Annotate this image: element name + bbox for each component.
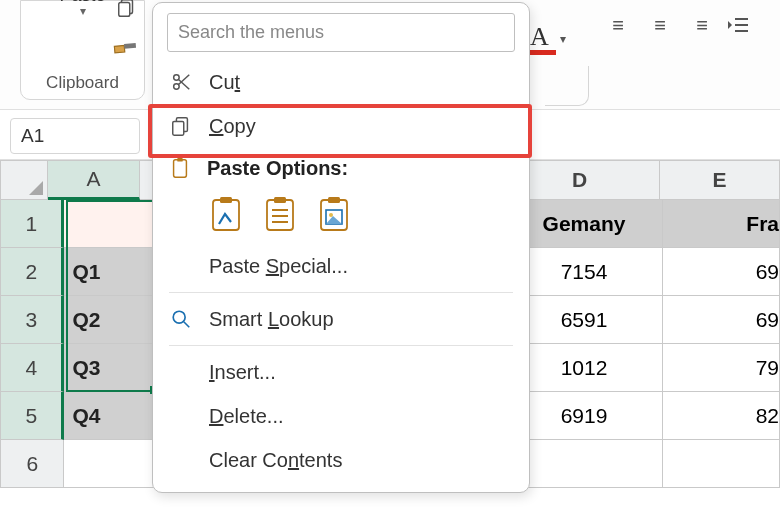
clipboard-icon — [169, 156, 191, 180]
col-header-A[interactable]: A — [48, 160, 140, 200]
menu-item-smart-lookup[interactable]: Smart Lookup — [153, 297, 529, 341]
svg-line-26 — [184, 322, 190, 328]
svg-point-25 — [173, 311, 185, 323]
select-all-corner[interactable] — [0, 160, 48, 200]
name-box[interactable]: A1 — [10, 118, 140, 154]
cell-A4[interactable]: Q3 — [64, 344, 154, 392]
menu-item-label: Cut — [209, 71, 240, 94]
cell-E2[interactable]: 69 — [663, 248, 780, 296]
cell-A3[interactable]: Q2 — [64, 296, 154, 344]
svg-point-24 — [329, 213, 333, 217]
cell-E6[interactable] — [663, 440, 780, 488]
svg-rect-12 — [174, 160, 187, 177]
blank-icon — [169, 360, 193, 384]
menu-item-insert[interactable]: Insert... — [153, 350, 529, 394]
cell-E5[interactable]: 82 — [663, 392, 780, 440]
svg-rect-15 — [220, 197, 232, 203]
menu-item-label: Copy — [209, 115, 256, 138]
row-header-2[interactable]: 2 — [0, 248, 64, 296]
decrease-indent-icon[interactable] — [726, 14, 762, 42]
menu-item-paste-special[interactable]: Paste Special... — [153, 244, 529, 288]
chevron-down-icon[interactable]: ▾ — [59, 4, 105, 18]
paste-values-icon[interactable] — [263, 194, 297, 234]
blank-icon — [169, 448, 193, 472]
menu-item-cut[interactable]: Cut — [153, 60, 529, 104]
format-painter-icon[interactable] — [106, 27, 145, 66]
copy-icon — [169, 114, 193, 138]
font-color-caret[interactable]: ▾ — [560, 32, 566, 46]
cell-A6[interactable] — [64, 440, 154, 488]
svg-rect-21 — [321, 200, 347, 230]
cell-A5[interactable]: Q4 — [64, 392, 154, 440]
paste-keep-source-icon[interactable] — [209, 194, 243, 234]
menu-item-label: Insert... — [209, 361, 276, 384]
menu-item-delete[interactable]: Delete... — [153, 394, 529, 438]
context-menu: Search the menus Cut Copy Paste Options:… — [152, 2, 530, 493]
menu-separator — [169, 345, 513, 346]
cell-A1[interactable] — [64, 200, 154, 248]
svg-rect-22 — [328, 197, 340, 203]
menu-item-clear-contents[interactable]: Clear Contents — [153, 438, 529, 482]
menu-search-input[interactable]: Search the menus — [167, 13, 515, 52]
paste-options-row — [153, 188, 529, 244]
cell-E4[interactable]: 79 — [663, 344, 780, 392]
menu-item-label: Clear Contents — [209, 449, 342, 472]
clipboard-group-label: Clipboard — [21, 73, 144, 93]
clipboard-group: Paste ▾ Clipboard — [20, 0, 145, 100]
menu-item-label: Smart Lookup — [209, 308, 334, 331]
cell-A2[interactable]: Q1 — [64, 248, 154, 296]
menu-separator — [169, 292, 513, 293]
blank-icon — [169, 254, 193, 278]
blank-icon — [169, 404, 193, 428]
copy-small-icon[interactable] — [116, 0, 138, 19]
col-header-E[interactable]: E — [660, 160, 780, 200]
row-header-3[interactable]: 3 — [0, 296, 64, 344]
paste-options-header: Paste Options: — [153, 148, 529, 188]
row-header-4[interactable]: 4 — [0, 344, 64, 392]
menu-item-label: Delete... — [209, 405, 284, 428]
ribbon-group-divider — [545, 66, 589, 106]
scissors-icon — [169, 70, 193, 94]
font-color-swatch[interactable] — [528, 50, 556, 55]
svg-rect-11 — [173, 121, 184, 135]
search-icon — [169, 307, 193, 331]
align-bottom-icon[interactable]: ≡ — [684, 14, 720, 42]
svg-rect-13 — [177, 158, 183, 162]
align-middle-icon[interactable]: ≡ — [642, 14, 678, 42]
paste-picture-icon[interactable] — [317, 194, 351, 234]
row-header-1[interactable]: 1 — [0, 200, 64, 248]
cell-E3[interactable]: 69 — [663, 296, 780, 344]
cell-E1[interactable]: Fra — [663, 200, 780, 248]
svg-rect-1 — [119, 3, 130, 17]
svg-line-9 — [178, 75, 189, 85]
alignment-group: ≡ ≡ ≡ — [600, 14, 762, 42]
paste-options-label: Paste Options: — [207, 157, 348, 180]
svg-rect-2 — [124, 43, 136, 49]
menu-item-label: Paste Special... — [209, 255, 348, 278]
font-color-icon[interactable]: A — [530, 22, 549, 52]
paste-button[interactable]: Paste ▾ — [59, 0, 105, 18]
align-top-icon[interactable]: ≡ — [600, 14, 636, 42]
row-header-6[interactable]: 6 — [0, 440, 64, 488]
svg-line-8 — [178, 79, 189, 89]
row-header-5[interactable]: 5 — [0, 392, 64, 440]
menu-item-copy[interactable]: Copy — [153, 104, 529, 148]
svg-rect-17 — [274, 197, 286, 203]
